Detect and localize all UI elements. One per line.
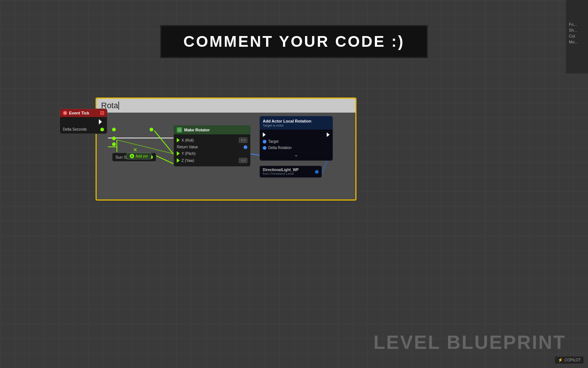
make-rotator-title: Make Rotator bbox=[184, 128, 210, 132]
event-tick-close[interactable] bbox=[100, 111, 104, 115]
event-tick-title: Event Tick bbox=[63, 111, 89, 115]
panel-item-2[interactable]: Sh... bbox=[569, 28, 585, 32]
add-actor-body: Target Delta Rotation ⌄ bbox=[260, 130, 333, 160]
y-pitch-arrow bbox=[177, 151, 180, 156]
comment-input-bar[interactable]: Rota bbox=[97, 99, 355, 113]
z-yaw-value[interactable]: 0.0 bbox=[239, 158, 247, 163]
directional-info: DirectionalLight_WP from Persistent Leve… bbox=[263, 168, 299, 176]
add-actor-subtitle: Target is Actor bbox=[263, 124, 311, 127]
directional-title: DirectionalLight_WP bbox=[263, 168, 299, 172]
pin-top bbox=[112, 128, 116, 131]
event-tick-header: Event Tick bbox=[60, 109, 107, 117]
add-actor-title: Add Actor Local Rotation bbox=[263, 118, 311, 124]
event-tick-body bbox=[60, 117, 107, 127]
make-rotator-node[interactable]: ⬡ Make Rotator X (Roll) 0.0 Return Value… bbox=[173, 125, 251, 167]
panel-item-3[interactable]: Col bbox=[569, 34, 585, 38]
pin-connectors bbox=[112, 128, 156, 146]
cursor-bar bbox=[118, 102, 119, 110]
panel-item-4[interactable]: Mo... bbox=[569, 40, 585, 44]
exec-row bbox=[260, 131, 333, 138]
z-yaw-pin: Z (Yaw) bbox=[177, 158, 194, 163]
add-actor-node[interactable]: Add Actor Local Rotation Target is Actor… bbox=[259, 116, 333, 161]
delta-label: Delta Seconds bbox=[63, 127, 87, 131]
directional-pin bbox=[315, 170, 319, 174]
target-row: Target bbox=[260, 138, 333, 145]
add-actor-header: Add Actor Local Rotation Target is Actor bbox=[260, 116, 333, 130]
plus-circle-icon: + bbox=[130, 154, 134, 158]
return-value-label: Return Value bbox=[177, 145, 198, 149]
title-text: COMMENT YOUR CODE :) bbox=[183, 33, 405, 50]
copilot-label: COPILOT bbox=[564, 358, 581, 362]
delta-seconds-pin bbox=[100, 128, 104, 131]
x-roll-value[interactable]: 0.0 bbox=[239, 138, 247, 143]
z-yaw-label: Z (Yaw) bbox=[182, 159, 194, 163]
x-roll-row: X (Roll) 0.0 bbox=[174, 137, 250, 144]
y-pitch-pin: Y (Pitch) bbox=[177, 151, 196, 156]
copilot-badge: ⚡ COPILOT bbox=[555, 357, 584, 364]
exec-out-arrow-actor bbox=[327, 132, 330, 137]
delta-rotation-row: Delta Rotation bbox=[260, 145, 333, 151]
make-rotator-body: X (Roll) 0.0 Return Value Y (Pitch) Z (Y… bbox=[174, 134, 250, 166]
make-rotator-icon: ⬡ bbox=[177, 127, 182, 132]
pin-top-right bbox=[150, 128, 153, 131]
x-roll-pin: X (Roll) bbox=[177, 138, 194, 142]
chevron-down-icon[interactable]: ⌄ bbox=[260, 151, 333, 159]
directional-light-node[interactable]: DirectionalLight_WP from Persistent Leve… bbox=[259, 166, 322, 178]
event-tick-icon bbox=[63, 111, 67, 115]
add-pin-button[interactable]: + Add pin bbox=[126, 153, 151, 159]
x-roll-label: X (Roll) bbox=[182, 138, 194, 142]
pin-mid-1 bbox=[112, 137, 116, 140]
delta-rotation-pin bbox=[263, 146, 266, 150]
x-mark-area: ✕ bbox=[130, 146, 137, 153]
z-yaw-row: Z (Yaw) 0.0 bbox=[174, 157, 250, 164]
directional-subtitle: from Persistent Level bbox=[263, 172, 299, 176]
target-pin bbox=[263, 140, 266, 144]
pin-mid-2 bbox=[112, 142, 116, 146]
return-value-row: Return Value bbox=[174, 144, 250, 150]
exec-out-arrow bbox=[99, 119, 104, 124]
title-banner: COMMENT YOUR CODE :) bbox=[160, 25, 428, 58]
return-value-pin bbox=[244, 145, 247, 149]
y-pitch-row: Y (Pitch) bbox=[174, 150, 250, 157]
delta-row: Delta Seconds bbox=[60, 127, 107, 134]
make-rotator-header: ⬡ Make Rotator bbox=[174, 125, 250, 134]
y-pitch-label: Y (Pitch) bbox=[182, 152, 196, 156]
x-roll-arrow bbox=[177, 138, 180, 142]
copilot-icon: ⚡ bbox=[558, 358, 563, 362]
level-blueprint-watermark: LEVEL BLUEPRINT bbox=[373, 331, 566, 353]
exec-in-arrow bbox=[263, 132, 266, 137]
event-tick-node[interactable]: Event Tick Delta Seconds bbox=[60, 109, 107, 134]
target-label: Target bbox=[268, 139, 279, 144]
panel-item-1[interactable]: Fo... bbox=[569, 22, 585, 26]
x-mark-icon: ✕ bbox=[133, 147, 137, 153]
add-pin-label: Add pin bbox=[136, 154, 148, 158]
z-yaw-arrow bbox=[177, 158, 180, 163]
delta-rotation-label: Delta Rotation bbox=[268, 146, 291, 150]
right-panel: Fo... Sh... Col Mo... bbox=[566, 0, 588, 74]
svg-point-0 bbox=[64, 112, 66, 114]
